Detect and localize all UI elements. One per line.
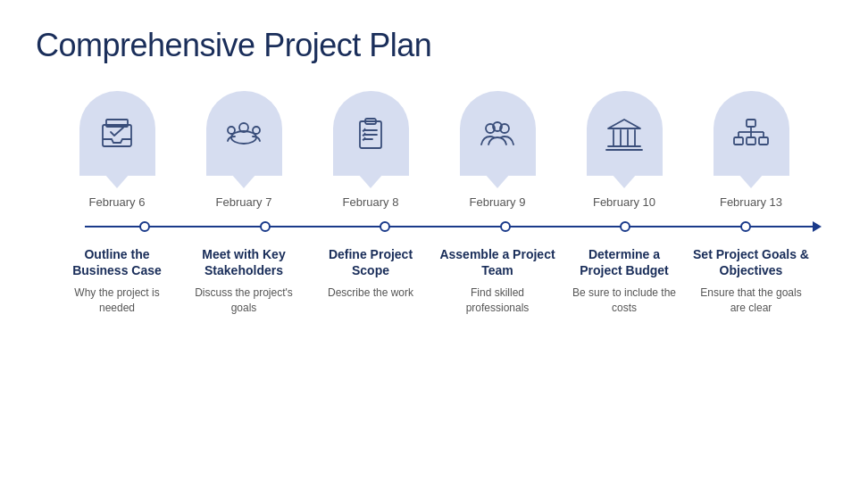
date-label-budget: February 10	[593, 195, 655, 209]
task-desc-scope: Describe the work	[328, 285, 413, 301]
milestone-stakeholders: February 7	[186, 91, 302, 209]
dot-4	[620, 221, 630, 232]
page-title: Comprehensive Project Plan	[36, 27, 832, 64]
task-title-goals: Set Project Goals & Objectives	[693, 246, 809, 278]
task-stakeholders: Meet with Key Stakeholders Discuss the p…	[186, 246, 302, 316]
svg-marker-14	[608, 120, 640, 128]
task-desc-budget: Be sure to include the costs	[566, 285, 682, 316]
svg-point-5	[253, 127, 260, 134]
task-title-outline: Outline the Business Case	[59, 246, 175, 278]
page: Comprehensive Project Plan February 6	[0, 0, 868, 488]
icon-pin-scope	[333, 91, 409, 176]
task-desc-stakeholders: Discuss the project's goals	[186, 285, 302, 316]
task-title-stakeholders: Meet with Key Stakeholders	[186, 246, 302, 278]
svg-point-2	[231, 131, 256, 144]
dot-5	[740, 221, 751, 232]
timeline-row	[36, 216, 832, 237]
svg-rect-27	[734, 137, 743, 145]
task-title-scope: Define Project Scope	[313, 246, 429, 278]
bank-icon	[603, 112, 646, 155]
icon-pin-budget	[587, 91, 663, 176]
clipboard-icon	[349, 112, 392, 155]
icon-pin-outline	[79, 91, 155, 176]
milestone-team: February 9	[439, 91, 555, 209]
svg-rect-21	[747, 120, 755, 127]
task-desc-team: Find skilled professionals	[439, 285, 555, 316]
icon-pin-stakeholders	[206, 91, 282, 176]
task-outline: Outline the Business Case Why the projec…	[59, 246, 175, 316]
task-title-budget: Determine a Project Budget	[566, 246, 682, 278]
milestone-scope: February 8	[313, 91, 429, 209]
icons-row: February 6 February 7	[36, 91, 832, 209]
date-label-goals: February 13	[720, 195, 782, 209]
org-chart-icon	[730, 112, 772, 155]
tasks-row: Outline the Business Case Why the projec…	[36, 246, 832, 316]
date-label-outline: February 6	[89, 195, 146, 209]
meeting-icon	[222, 112, 265, 155]
task-goals: Set Project Goals & Objectives Ensure th…	[693, 246, 809, 316]
team-icon	[476, 112, 519, 155]
date-label-scope: February 8	[343, 195, 399, 209]
task-budget: Determine a Project Budget Be sure to in…	[566, 246, 682, 316]
task-title-team: Assemble a Project Team	[439, 246, 555, 278]
inbox-check-icon	[96, 112, 138, 155]
dot-3	[500, 221, 511, 232]
task-scope: Define Project Scope Describe the work	[313, 246, 429, 316]
milestone-outline: February 6	[59, 91, 175, 209]
task-team: Assemble a Project Team Find skilled pro…	[439, 246, 555, 316]
milestone-budget: February 10	[566, 91, 682, 209]
date-label-team: February 9	[470, 195, 526, 209]
icon-pin-team	[460, 91, 536, 176]
dot-2	[380, 221, 390, 232]
icon-pin-goals	[714, 91, 789, 176]
milestone-goals: February 13	[693, 91, 809, 209]
task-desc-outline: Why the project is needed	[59, 285, 175, 316]
dots-row	[85, 221, 805, 232]
date-label-stakeholders: February 7	[216, 195, 272, 209]
svg-rect-29	[759, 137, 768, 145]
svg-rect-28	[747, 137, 755, 145]
svg-point-4	[228, 127, 235, 134]
timeline-area: February 6 February 7	[36, 91, 832, 470]
task-desc-goals: Ensure that the goals are clear	[693, 285, 809, 316]
dot-0	[139, 221, 150, 232]
dot-1	[260, 221, 271, 232]
